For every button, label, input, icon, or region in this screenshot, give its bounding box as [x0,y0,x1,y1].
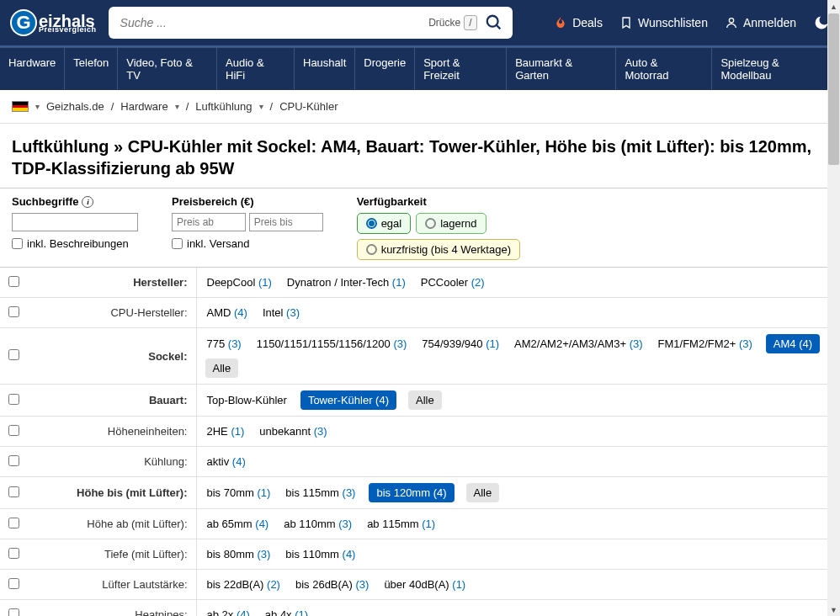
scroll-down-arrow[interactable]: ▼ [827,603,840,616]
flame-icon [554,16,567,29]
filter-value[interactable]: FM1/FM2/FM2+ (3) [657,335,754,353]
filter-value[interactable]: 1150/1151/1155/1156/1200 (3) [255,335,409,353]
filter-value[interactable]: aktiv (4) [205,453,247,470]
filter-row: Höhe ab (mit Lüfter):ab 65mm (4)ab 110mm… [0,509,840,539]
filter-row-checkbox[interactable] [8,394,19,405]
filter-value[interactable]: AM2/AM2+/AM3/AM3+ (3) [513,335,644,353]
login-link[interactable]: Anmelden [725,16,796,29]
filter-row-label: Sockel: [28,328,196,385]
logo-g-icon: G [10,9,37,36]
avail-stock-radio[interactable]: lagernd [416,213,486,234]
scrollbar[interactable]: ▲ ▼ [827,0,840,616]
breadcrumb-item[interactable]: Geizhals.de [46,100,104,113]
filter-row-checkbox[interactable] [8,425,19,436]
bookmark-icon [619,16,633,29]
breadcrumb-item[interactable]: Hardware [120,100,167,113]
filter-row-label: Höhe ab (mit Lüfter): [28,509,196,539]
filter-value[interactable]: PCCooler (2) [419,273,486,291]
filter-row-label: Kühlung: [28,447,196,477]
filter-row-checkbox[interactable] [8,276,19,287]
filter-value[interactable]: AMD (4) [205,304,249,321]
filter-row-checkbox[interactable] [8,608,19,617]
nav-item[interactable]: Hardware [0,48,65,90]
category-link[interactable]: Luftkühlung » [12,137,128,156]
filter-row-label: CPU-Hersteller: [28,298,196,328]
nav-item[interactable]: Audio & HiFi [217,48,295,90]
price-range-label: Preisbereich (€) [172,195,323,208]
price-to-input[interactable] [249,213,323,231]
filter-row: Hersteller:DeepCool (1)Dynatron / Inter-… [0,268,840,298]
filter-row-checkbox[interactable] [8,455,19,466]
filter-value[interactable]: Dynatron / Inter-Tech (1) [285,273,407,291]
filter-value[interactable]: bis 120mm (4) [369,483,454,502]
filter-value[interactable]: ab 4x (1) [263,606,310,616]
filter-value[interactable]: bis 70mm (1) [205,484,273,502]
scrollbar-thumb[interactable] [828,13,839,165]
filter-value[interactable]: ab 115mm (1) [365,515,437,533]
filter-value[interactable]: unbekannt (3) [258,422,328,440]
nav-item[interactable]: Sport & Freizeit [415,48,507,90]
filter-value[interactable]: Alle [408,390,442,410]
breadcrumb: ▾ Geizhals.de / Hardware ▾ / Luftkühlung… [0,90,840,124]
svg-point-0 [486,16,497,27]
nav-item[interactable]: Telefon [65,48,118,90]
filter-value[interactable]: Alle [205,358,239,378]
filter-value[interactable]: Intel (3) [261,304,301,321]
flag-de-icon[interactable] [12,101,29,112]
filter-row-label: Tiefe (mit Lüfter): [28,539,196,570]
filter-value[interactable]: bis 80mm (3) [205,545,273,563]
nav-item[interactable]: Video, Foto & TV [118,48,217,90]
filter-value[interactable]: DeepCool (1) [205,273,274,291]
filter-value[interactable]: bis 110mm (4) [284,545,357,563]
info-icon[interactable]: i [82,196,93,208]
filter-row-checkbox[interactable] [8,578,19,589]
filter-row-checkbox[interactable] [8,349,19,360]
nav-item[interactable]: Baumarkt & Garten [507,48,616,90]
chevron-down-icon[interactable]: ▾ [175,102,179,111]
nav-item[interactable]: Haushalt [295,48,355,90]
breadcrumb-item[interactable]: Luftkühlung [195,100,252,113]
avail-any-radio[interactable]: egal [357,213,412,234]
breadcrumb-item[interactable]: CPU-Kühler [279,100,338,113]
filter-value[interactable]: Tower-Kühler (4) [300,390,396,410]
filter-row: Kühlung:aktiv (4) [0,447,840,477]
filter-value[interactable]: Alle [466,483,500,502]
filter-value[interactable]: bis 115mm (3) [284,484,357,502]
nav-item[interactable]: Auto & Motorrad [616,48,712,90]
deals-link[interactable]: Deals [554,16,603,29]
filter-row-checkbox[interactable] [8,306,19,317]
wishlists-link[interactable]: Wunschlisten [619,16,708,29]
filter-value[interactable]: 775 (3) [205,335,243,353]
search-terms-input[interactable] [12,213,138,231]
filter-row: Lüfter Lautstärke:bis 22dB(A) (2)bis 26d… [0,570,840,600]
svg-point-2 [729,19,733,23]
filter-row-label: Bauart: [28,385,196,417]
filter-value[interactable]: AM4 (4) [766,334,820,353]
filter-row-checkbox[interactable] [8,518,19,528]
filter-value[interactable]: über 40dB(A) (1) [382,576,467,593]
filter-value[interactable]: ab 110mm (3) [282,515,354,533]
chevron-down-icon[interactable]: ▾ [259,102,263,111]
price-from-input[interactable] [172,213,246,231]
filter-row: Heatpipes:ab 2x (4)ab 4x (1) [0,600,840,617]
logo[interactable]: G eizhals Preisvergleich [10,9,97,36]
search-button[interactable] [482,11,506,35]
incl-shipping-checkbox[interactable] [172,238,183,249]
filter-value[interactable]: bis 26dB(A) (3) [294,576,370,593]
filter-value[interactable]: ab 2x (4) [205,606,252,616]
avail-short-radio[interactable]: kurzfristig (bis 4 Werktage) [357,239,520,260]
scroll-up-arrow[interactable]: ▲ [827,0,840,13]
filter-value[interactable]: 754/939/940 (1) [420,335,501,353]
nav-item[interactable]: Spielzeug & Modellbau [712,48,840,90]
chevron-down-icon: ▾ [35,102,40,111]
incl-desc-checkbox[interactable] [12,238,23,249]
search-input[interactable] [120,16,429,29]
filter-row-checkbox[interactable] [8,486,19,497]
filter-value[interactable]: ab 65mm (4) [205,515,271,533]
filter-row-checkbox[interactable] [8,548,19,559]
search-icon [485,13,503,32]
filter-value[interactable]: bis 22dB(A) (2) [205,576,282,593]
nav-item[interactable]: Drogerie [355,48,415,90]
filter-value[interactable]: Top-Blow-Kühler [205,391,289,409]
filter-value[interactable]: 2HE (1) [205,422,247,440]
